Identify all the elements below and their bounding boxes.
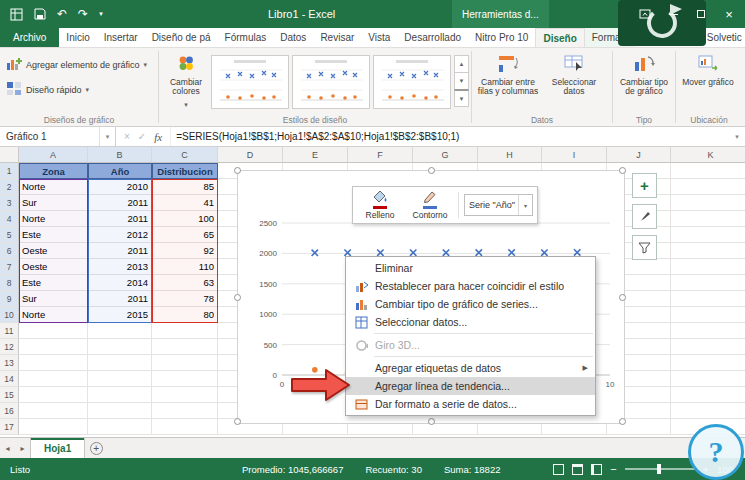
restore-button[interactable] — [687, 0, 715, 28]
row-header-16[interactable]: 16 — [0, 403, 19, 419]
cell-b13[interactable] — [88, 355, 152, 371]
column-header-g[interactable]: G — [413, 147, 478, 163]
change-colors-button[interactable]: Cambiar colores ▾ — [161, 50, 211, 113]
row-header-1[interactable]: 1 — [0, 163, 19, 179]
cell-c7[interactable]: 110 — [152, 259, 218, 275]
outline-button[interactable]: Contorno — [405, 189, 455, 221]
chart-selection-handle[interactable] — [428, 167, 435, 174]
cell-k10[interactable] — [671, 307, 745, 323]
quick-layout-button[interactable]: Diseño rápido ▾ — [6, 81, 147, 98]
menu-item-cambiar-tipo-de-grafico-de-series[interactable]: Cambiar tipo de gráfico de series... — [346, 295, 595, 313]
formula-bar-expand-icon[interactable]: ▾ — [729, 127, 745, 146]
page-break-view-icon[interactable] — [591, 464, 602, 475]
fill-button[interactable]: Relleno — [355, 189, 405, 221]
minimize-button[interactable] — [659, 0, 687, 28]
cell-a8[interactable]: Este — [19, 275, 88, 291]
tab-formulas[interactable]: Fórmulas — [218, 28, 274, 47]
row-header-3[interactable]: 3 — [0, 195, 19, 211]
change-chart-type-button[interactable]: Cambiar tipo de gráfico — [615, 50, 673, 113]
row-header-15[interactable]: 15 — [0, 387, 19, 403]
row-header-13[interactable]: 13 — [0, 355, 19, 371]
formula-input[interactable]: =SERIES(Hoja1!$B$1;Hoja1!$A$2:$A$10;Hoja… — [171, 127, 729, 146]
cell-a5[interactable]: Este — [19, 227, 88, 243]
chart-selection-handle[interactable] — [619, 294, 626, 301]
chart-filters-button[interactable] — [632, 235, 657, 260]
column-header-d[interactable]: D — [218, 147, 283, 163]
sheet-nav-right-icon[interactable]: ▸ — [15, 438, 30, 458]
tab-diseno-de-pa[interactable]: Diseño de pá — [145, 28, 218, 47]
tab-diseno[interactable]: Diseño — [535, 28, 584, 47]
cell-a12[interactable] — [19, 339, 88, 355]
cell-c10[interactable]: 80 — [152, 307, 218, 323]
cell-c17[interactable] — [152, 419, 218, 435]
cell-c13[interactable] — [152, 355, 218, 371]
row-header-6[interactable]: 6 — [0, 243, 19, 259]
redo-icon[interactable]: ↷ — [78, 6, 88, 22]
row-header-2[interactable]: 2 — [0, 179, 19, 195]
chart-style-thumb[interactable] — [292, 55, 370, 109]
cell-b8[interactable]: 2014 — [88, 275, 152, 291]
cell-a7[interactable]: Oeste — [19, 259, 88, 275]
cell-k1[interactable] — [671, 163, 745, 179]
cell-a9[interactable]: Sur — [19, 291, 88, 307]
cell-b5[interactable]: 2012 — [88, 227, 152, 243]
cell-c9[interactable]: 78 — [152, 291, 218, 307]
cell-k7[interactable] — [671, 259, 745, 275]
cell-b6[interactable]: 2011 — [88, 243, 152, 259]
menu-item-restablecer-para-hacer-coincidir-el-estilo[interactable]: Restablecer para hacer coincidir el esti… — [346, 277, 595, 295]
column-header-j[interactable]: J — [607, 147, 671, 163]
cell-b11[interactable] — [88, 323, 152, 339]
column-header-h[interactable]: H — [478, 147, 542, 163]
cell-c3[interactable]: 41 — [152, 195, 218, 211]
cell-b17[interactable] — [88, 419, 152, 435]
menu-item-eliminar[interactable]: Eliminar — [346, 259, 595, 277]
cell-c16[interactable] — [152, 403, 218, 419]
column-header-f[interactable]: F — [348, 147, 413, 163]
zoom-slider-thumb[interactable] — [657, 464, 661, 474]
cell-a11[interactable] — [19, 323, 88, 339]
cell-k14[interactable] — [671, 371, 745, 387]
name-box[interactable]: Gráfico 1 — [0, 127, 100, 146]
cell-a14[interactable] — [19, 371, 88, 387]
cell-k4[interactable] — [671, 211, 745, 227]
cell-b1[interactable]: Año — [88, 163, 152, 179]
cell-b9[interactable]: 2011 — [88, 291, 152, 307]
name-box-dropdown-icon[interactable]: ▾ — [100, 127, 116, 146]
column-header-e[interactable]: E — [283, 147, 348, 163]
menu-item-dar-formato-a-serie-de-datos[interactable]: Dar formato a serie de datos... — [346, 395, 595, 413]
row-header-7[interactable]: 7 — [0, 259, 19, 275]
cell-k8[interactable] — [671, 275, 745, 291]
tab-inicio[interactable]: Inicio — [59, 28, 96, 47]
cell-a13[interactable] — [19, 355, 88, 371]
customize-qat-icon[interactable]: ▾ — [99, 6, 103, 22]
insert-function-icon[interactable]: fx — [154, 131, 162, 143]
menu-item-giro-3d[interactable]: Giro 3D... — [346, 336, 595, 354]
cell-a4[interactable]: Norte — [19, 211, 88, 227]
row-header-5[interactable]: 5 — [0, 227, 19, 243]
cell-k5[interactable] — [671, 227, 745, 243]
cell-b4[interactable]: 2011 — [88, 211, 152, 227]
sheet-nav-left-icon[interactable]: ◂ — [0, 438, 15, 458]
save-icon[interactable] — [34, 6, 46, 22]
cell-b16[interactable] — [88, 403, 152, 419]
cell-c4[interactable]: 100 — [152, 211, 218, 227]
cell-k6[interactable] — [671, 243, 745, 259]
cell-a17[interactable] — [19, 419, 88, 435]
chart-selection-handle[interactable] — [234, 294, 241, 301]
row-header-14[interactable]: 14 — [0, 371, 19, 387]
sheet-tab-hoja1[interactable]: Hoja1 — [30, 438, 85, 458]
chart-styles-button[interactable] — [632, 204, 657, 229]
cell-k2[interactable] — [671, 179, 745, 195]
cell-k11[interactable] — [671, 323, 745, 339]
chart-style-thumb[interactable] — [373, 55, 451, 109]
cell-k3[interactable] — [671, 195, 745, 211]
zoom-out-icon[interactable]: − — [610, 463, 616, 475]
cell-c15[interactable] — [152, 387, 218, 403]
cell-b2[interactable]: 2010 — [88, 179, 152, 195]
cell-k15[interactable] — [671, 387, 745, 403]
cell-b7[interactable]: 2013 — [88, 259, 152, 275]
cell-c1[interactable]: Distribucion — [152, 163, 218, 179]
tab-datos[interactable]: Datos — [273, 28, 313, 47]
select-data-button[interactable]: Seleccionar datos — [542, 50, 606, 113]
move-chart-button[interactable]: Mover gráfico — [678, 50, 738, 113]
